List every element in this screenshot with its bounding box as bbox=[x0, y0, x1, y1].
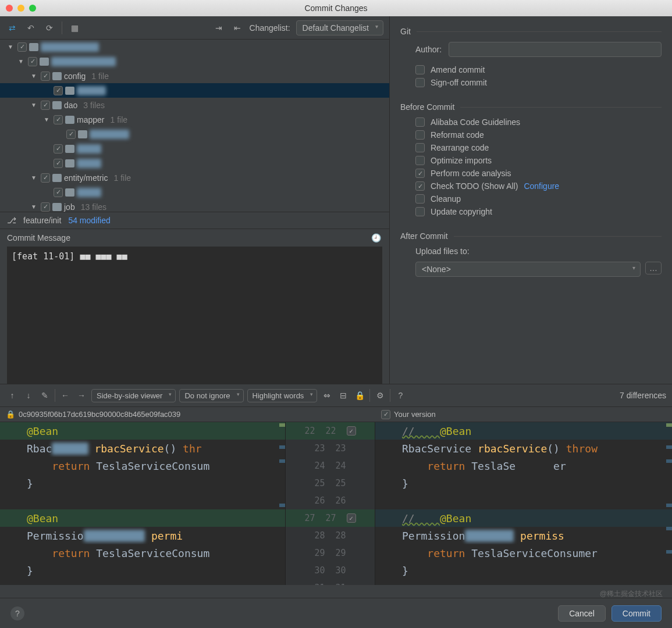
help-button[interactable]: ? bbox=[10, 606, 24, 620]
tree-row[interactable]: ■■■■ bbox=[0, 141, 389, 156]
group-icon[interactable]: ▦ bbox=[68, 22, 81, 34]
tree-row[interactable]: ▼config1 file bbox=[0, 69, 389, 83]
refresh-icon[interactable]: ⟳ bbox=[43, 22, 56, 34]
code-line: return TeslaSe er bbox=[375, 457, 672, 474]
upload-more-button[interactable]: … bbox=[645, 262, 662, 274]
diff-left-pane[interactable]: @BeanRbac rbacService() thr return Tesla… bbox=[0, 422, 285, 585]
checkbox[interactable] bbox=[415, 181, 425, 191]
swap-icon[interactable]: ⇄ bbox=[6, 22, 19, 34]
chevron-down-icon[interactable]: ▼ bbox=[29, 174, 38, 181]
tree-row[interactable]: ■■■■ bbox=[0, 185, 389, 199]
gutter-line: 2929 bbox=[286, 544, 375, 562]
include-checkbox[interactable] bbox=[54, 115, 63, 124]
checkbox[interactable] bbox=[415, 130, 425, 140]
changelist-label: Changelist: bbox=[250, 23, 290, 33]
diff-body[interactable]: @BeanRbac rbacService() thr return Tesla… bbox=[0, 422, 672, 585]
highlight-mode-select[interactable]: Highlight words bbox=[247, 389, 318, 402]
nav-forward-icon[interactable]: → bbox=[75, 389, 88, 402]
include-checkbox[interactable] bbox=[66, 130, 76, 139]
gutter-line: 2626 bbox=[286, 492, 375, 509]
before-commit-item: Alibaba Code Guidelines bbox=[415, 117, 662, 127]
sync-scroll-icon[interactable]: ⊟ bbox=[337, 389, 350, 402]
tree-row[interactable]: ■■■■■ bbox=[0, 83, 389, 98]
include-checkbox[interactable] bbox=[54, 188, 63, 197]
tree-row[interactable]: ▼■■■■ Proj ■■■ bbox=[0, 40, 389, 54]
upload-select[interactable]: <None> bbox=[415, 262, 641, 277]
include-checkbox[interactable] bbox=[17, 42, 27, 52]
tree-row[interactable]: ▼mapper1 file bbox=[0, 112, 389, 127]
author-label: Author: bbox=[415, 45, 442, 54]
code-line: } bbox=[375, 562, 672, 579]
minimize-icon[interactable] bbox=[17, 5, 24, 12]
undo-icon[interactable]: ↶ bbox=[24, 22, 37, 34]
signoff-label: Sign-off commit bbox=[431, 78, 487, 87]
chevron-down-icon[interactable]: ▼ bbox=[29, 204, 38, 210]
cancel-button[interactable]: Cancel bbox=[558, 605, 606, 622]
checkbox[interactable] bbox=[415, 143, 425, 152]
signoff-checkbox[interactable] bbox=[415, 78, 425, 87]
help-icon[interactable]: ? bbox=[394, 389, 407, 402]
arrow-down-icon[interactable]: ↓ bbox=[22, 389, 35, 402]
tree-label: ■■■■■ bbox=[77, 86, 106, 95]
chevron-down-icon[interactable]: ▼ bbox=[29, 102, 38, 108]
chevron-down-icon[interactable]: ▼ bbox=[29, 73, 38, 79]
checkbox[interactable] bbox=[415, 117, 425, 127]
author-input[interactable] bbox=[449, 42, 662, 57]
changes-tree[interactable]: ▼■■■■ Proj ■■■▼■■■■■■■■■■ es▼config1 fil… bbox=[0, 40, 389, 212]
tree-label: job bbox=[64, 202, 75, 212]
viewer-mode-select[interactable]: Side-by-side viewer bbox=[91, 389, 176, 402]
lock-icon[interactable]: 🔒 bbox=[353, 389, 366, 402]
folder-icon bbox=[52, 72, 62, 80]
folder-icon bbox=[29, 43, 38, 51]
close-icon[interactable] bbox=[6, 5, 13, 12]
include-checkbox[interactable] bbox=[28, 57, 37, 66]
changelist-select[interactable]: Default Changelist bbox=[296, 20, 383, 35]
include-checkbox[interactable] bbox=[41, 202, 50, 212]
include-checkbox[interactable] bbox=[54, 159, 63, 168]
chevron-down-icon[interactable]: ▼ bbox=[6, 44, 15, 50]
commit-button[interactable]: Commit bbox=[611, 605, 662, 622]
folder-icon bbox=[65, 116, 74, 124]
tree-label: ■■■■ ava bbox=[90, 130, 129, 139]
chevron-down-icon[interactable]: ▼ bbox=[42, 116, 51, 123]
apply-checkbox[interactable] bbox=[347, 426, 356, 436]
gear-icon[interactable]: ⚙ bbox=[374, 389, 386, 402]
nav-back-icon[interactable]: ← bbox=[59, 389, 72, 402]
collapse-icon[interactable]: ⇤ bbox=[231, 22, 244, 34]
gutter-line: 2525 bbox=[286, 474, 375, 492]
expand-icon[interactable]: ⇥ bbox=[212, 22, 225, 34]
checkbox[interactable] bbox=[415, 207, 425, 216]
diff-right-pane[interactable]: // @BeanRbacService rbacService() throw … bbox=[375, 422, 672, 585]
maximize-icon[interactable] bbox=[29, 5, 36, 12]
code-line: } bbox=[0, 562, 285, 579]
arrow-up-icon[interactable]: ↑ bbox=[6, 389, 19, 402]
checkbox[interactable] bbox=[415, 169, 425, 178]
tree-row[interactable]: ■■■■ ava bbox=[0, 127, 389, 141]
include-checkbox[interactable] bbox=[54, 144, 63, 154]
separator bbox=[55, 389, 55, 402]
chevron-down-icon[interactable]: ▼ bbox=[16, 58, 26, 65]
apply-checkbox[interactable] bbox=[347, 513, 356, 523]
include-checkbox[interactable] bbox=[381, 410, 390, 419]
include-checkbox[interactable] bbox=[54, 86, 63, 95]
collapse-all-icon[interactable]: ⇔ bbox=[321, 389, 333, 402]
include-checkbox[interactable] bbox=[41, 72, 50, 81]
checkbox[interactable] bbox=[415, 156, 425, 165]
include-checkbox[interactable] bbox=[41, 101, 50, 110]
history-icon[interactable]: 🕘 bbox=[369, 231, 382, 244]
highlight-mode-value: Highlight words bbox=[253, 391, 304, 400]
tree-row[interactable]: ▼■■■■■■■■■■ es bbox=[0, 54, 389, 69]
modified-count[interactable]: 54 modified bbox=[68, 216, 110, 225]
checkbox[interactable] bbox=[415, 194, 425, 204]
tree-row[interactable]: ▼entity/metric1 file bbox=[0, 170, 389, 185]
ignore-mode-select[interactable]: Do not ignore bbox=[179, 389, 243, 402]
amend-checkbox[interactable] bbox=[415, 65, 425, 74]
include-checkbox[interactable] bbox=[41, 173, 50, 183]
tree-row[interactable]: ▼job13 files bbox=[0, 199, 389, 212]
tree-row[interactable]: ■■■■ bbox=[0, 156, 389, 170]
code-line bbox=[375, 492, 672, 509]
tree-hint: 1 file bbox=[91, 72, 109, 81]
edit-icon[interactable]: ✎ bbox=[38, 389, 51, 402]
configure-link[interactable]: Configure bbox=[524, 181, 559, 191]
tree-row[interactable]: ▼dao3 files bbox=[0, 98, 389, 112]
